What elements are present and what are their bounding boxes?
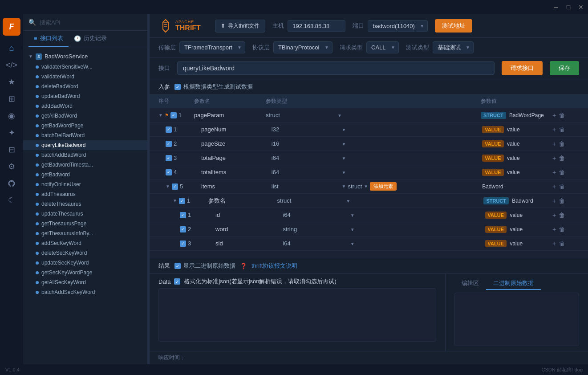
api-item-1[interactable]: validaterWord — [23, 72, 147, 82]
binary-checkbox[interactable]: ✓ — [174, 263, 181, 269]
api-item-11[interactable]: getBadword — [23, 170, 147, 179]
add-element-button[interactable]: 添加元素 — [370, 182, 397, 191]
protocol-select[interactable]: TBinaryProtocol — [273, 41, 333, 53]
add-param-button[interactable]: + — [552, 240, 556, 247]
expand-icon[interactable]: ▼ — [158, 113, 163, 118]
host-input[interactable] — [288, 20, 345, 32]
sidebar-icon-star[interactable]: ★ — [3, 74, 20, 90]
api-item-22[interactable]: getAllSecKeyWord — [23, 277, 147, 287]
api-item-0[interactable]: validaterSensitiveW... — [23, 62, 147, 72]
sidebar-icon-grid[interactable]: ⊟ — [3, 142, 20, 158]
type-dropdown-icon[interactable]: ▼ — [337, 113, 342, 118]
sidebar-icon-moon[interactable]: ☾ — [3, 192, 20, 208]
binary-textarea[interactable] — [454, 293, 579, 346]
type-dropdown-icon[interactable]: ▼ — [350, 227, 355, 232]
api-item-6[interactable]: getBadWordPage — [23, 121, 147, 130]
delete-param-button[interactable]: 🗑 — [559, 155, 565, 162]
sidebar-icon-settings-cross[interactable]: ✦ — [3, 125, 20, 141]
row-checkbox[interactable]: ✓ — [179, 198, 185, 204]
tab-interface-list[interactable]: ≡ 接口列表 — [28, 31, 69, 47]
delete-param-button[interactable]: 🗑 — [559, 183, 565, 190]
delete-param-button[interactable]: 🗑 — [559, 140, 565, 147]
sidebar-icon-github[interactable] — [3, 175, 20, 192]
api-item-7[interactable]: batchDelBadWord — [23, 130, 147, 140]
delete-param-button[interactable]: 🗑 — [559, 197, 565, 204]
maximize-button[interactable]: □ — [565, 4, 572, 11]
row-checkbox[interactable]: ✓ — [180, 212, 186, 218]
sidebar-icon-gear[interactable]: ⚙ — [3, 159, 20, 175]
help-icon[interactable]: ❓ — [240, 263, 247, 269]
delete-param-button[interactable]: 🗑 — [559, 226, 565, 233]
add-param-button[interactable]: + — [552, 126, 556, 133]
api-item-15[interactable]: updateThesaurus — [23, 209, 147, 219]
interface-input[interactable] — [177, 61, 495, 75]
row-checkbox[interactable]: ✓ — [172, 183, 178, 190]
service-header[interactable]: ▼ S BadWordService — [23, 51, 147, 62]
api-item-13[interactable]: addThesaurus — [23, 189, 147, 199]
type-dropdown-icon[interactable]: ▼ — [346, 199, 350, 204]
add-param-button[interactable]: + — [552, 212, 556, 219]
row-checkbox[interactable]: ✓ — [180, 226, 186, 232]
api-item-8[interactable]: queryLikeBadword — [23, 140, 147, 150]
type-dropdown-icon[interactable]: ▼ — [342, 127, 346, 132]
type-dropdown-icon[interactable]: ▼ — [342, 156, 346, 161]
sidebar-icon-code[interactable]: </> — [3, 57, 20, 73]
type-dropdown-icon[interactable]: ▼ — [342, 142, 346, 147]
transport-select[interactable]: TFramedTransport — [179, 41, 245, 53]
delete-param-button[interactable]: 🗑 — [559, 126, 565, 133]
type-dropdown-icon[interactable]: ▼ — [350, 241, 355, 246]
tab-history[interactable]: 🕐 历史记录 — [69, 31, 112, 47]
type-dropdown-icon[interactable]: ▼ — [342, 170, 346, 175]
add-param-button[interactable]: + — [552, 183, 556, 190]
delete-param-button[interactable]: 🗑 — [559, 169, 565, 176]
expand-icon[interactable]: ▼ — [166, 184, 170, 189]
type-dropdown-icon[interactable]: ▼ — [350, 213, 355, 218]
row-checkbox[interactable]: ✓ — [180, 240, 186, 247]
add-param-button[interactable]: + — [552, 155, 556, 162]
sidebar-icon-circle[interactable]: ◉ — [3, 108, 20, 124]
sidebar-icon-home[interactable]: ⌂ — [3, 40, 20, 56]
search-input[interactable] — [40, 19, 142, 26]
binary-checkbox-label[interactable]: ✓ 显示二进制原始数据 — [174, 262, 235, 270]
tab-editor[interactable]: 编辑区 — [454, 277, 486, 290]
sidebar-icon-database[interactable]: ⊞ — [3, 91, 20, 107]
api-item-18[interactable]: addSecKeyWord — [23, 238, 147, 248]
import-thrift-button[interactable]: ⬆ 导入thrift文件 — [215, 20, 265, 33]
data-textarea[interactable] — [158, 288, 436, 342]
protocol-doc-link[interactable]: thrift协议报文说明 — [251, 262, 297, 270]
close-button[interactable]: ✕ — [577, 4, 584, 11]
api-item-2[interactable]: deleteBadWord — [23, 82, 147, 91]
api-item-3[interactable]: updateBadWord — [23, 91, 147, 101]
api-item-14[interactable]: deleteThesaurus — [23, 199, 147, 209]
request-interface-button[interactable]: 请求接口 — [502, 61, 543, 75]
add-param-button[interactable]: + — [552, 197, 556, 204]
add-param-button[interactable]: + — [552, 140, 556, 147]
list-dropdown-icon[interactable]: ▼ — [342, 184, 346, 189]
format-checkbox[interactable]: ✓ — [174, 278, 180, 285]
delete-param-button[interactable]: 🗑 — [559, 212, 565, 219]
api-item-16[interactable]: getThesaurusPage — [23, 219, 147, 228]
api-item-5[interactable]: getAllBadWord — [23, 111, 147, 121]
generate-data-checkbox[interactable]: ✓ — [174, 84, 181, 90]
port-select[interactable]: badword(11040) — [368, 20, 428, 32]
api-item-17[interactable]: getThesaurusInfoBy... — [23, 228, 147, 238]
tab-binary[interactable]: 二进制原始数据 — [486, 277, 541, 290]
delete-param-button[interactable]: 🗑 — [559, 240, 565, 247]
api-item-4[interactable]: addBadWord — [23, 101, 147, 111]
row-checkbox[interactable]: ✓ — [170, 112, 177, 118]
minimize-button[interactable]: ─ — [552, 4, 560, 11]
add-param-button[interactable]: + — [552, 226, 556, 233]
api-item-21[interactable]: getSecKeyWordPage — [23, 268, 147, 277]
test-address-button[interactable]: 测试地址 — [435, 19, 472, 33]
row-checkbox[interactable]: ✓ — [166, 155, 172, 161]
add-param-button[interactable]: + — [552, 112, 556, 119]
request-type-select[interactable]: CALL — [366, 41, 399, 53]
api-item-23[interactable]: batchAddSecKeyWord — [23, 287, 147, 297]
row-checkbox[interactable]: ✓ — [166, 126, 172, 133]
api-item-10[interactable]: getBadwordTimesta... — [23, 160, 147, 170]
delete-param-button[interactable]: 🗑 — [559, 112, 565, 119]
row-checkbox[interactable]: ✓ — [166, 169, 172, 175]
api-item-9[interactable]: batchAddBadWord — [23, 150, 147, 160]
generate-data-checkbox-label[interactable]: ✓ 根据数据类型生成测试数据 — [174, 83, 253, 91]
struct-dropdown-icon[interactable]: ▼ — [364, 184, 368, 189]
